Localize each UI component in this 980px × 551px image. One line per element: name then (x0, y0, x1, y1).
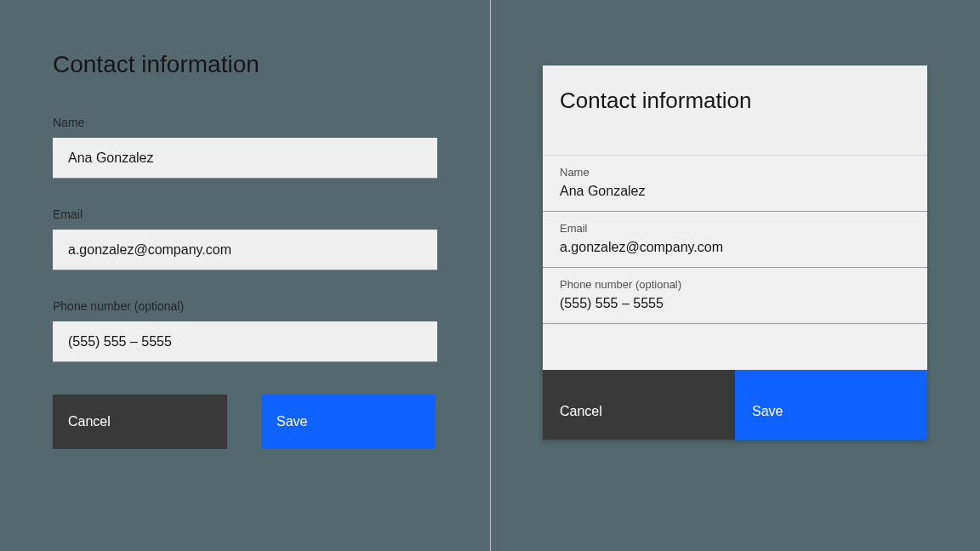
modal-spacer (543, 324, 927, 370)
right-panel: Contact information Name Email Phone num… (490, 0, 980, 551)
modal-button-row: Cancel Save (543, 370, 927, 440)
contact-modal: Contact information Name Email Phone num… (543, 65, 927, 440)
modal-field-email: Email (543, 212, 927, 268)
phone-label: Phone number (optional) (53, 299, 437, 313)
modal-title: Contact information (560, 88, 910, 114)
cancel-button[interactable]: Cancel (53, 395, 227, 449)
modal-phone-label: Phone number (optional) (560, 278, 910, 291)
email-input[interactable] (53, 230, 437, 270)
modal-field-name: Name (543, 156, 927, 212)
phone-input[interactable] (53, 321, 437, 362)
name-input[interactable] (53, 138, 437, 179)
modal-email-input[interactable] (560, 240, 910, 255)
field-name: Name (53, 116, 437, 179)
page-title: Contact information (53, 51, 437, 78)
modal-phone-input[interactable] (560, 296, 910, 311)
field-phone: Phone number (optional) (53, 299, 437, 362)
modal-name-label: Name (560, 166, 910, 179)
email-label: Email (53, 207, 437, 221)
name-label: Name (53, 116, 437, 129)
left-panel: Contact information Name Email Phone num… (0, 0, 490, 551)
modal-field-phone: Phone number (optional) (543, 268, 927, 324)
modal-cancel-button[interactable]: Cancel (543, 370, 735, 440)
modal-header: Contact information (543, 65, 927, 156)
modal-email-label: Email (560, 222, 910, 235)
button-row: Cancel Save (53, 395, 437, 449)
modal-save-button[interactable]: Save (735, 370, 927, 440)
modal-cancel-label: Cancel (560, 405, 602, 418)
modal-name-input[interactable] (560, 184, 910, 199)
field-email: Email (53, 207, 437, 270)
modal-save-label: Save (752, 405, 783, 418)
save-button[interactable]: Save (261, 395, 436, 449)
